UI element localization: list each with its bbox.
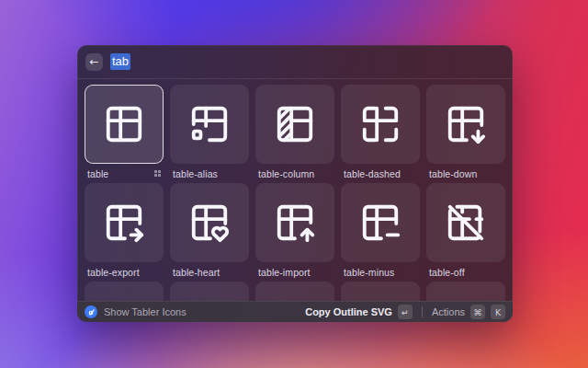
icon-tile-table-alias[interactable] [170, 85, 249, 164]
back-arrow-icon: ← [89, 56, 98, 67]
grid-cell: table-off [426, 183, 505, 282]
desktop-background: ← tab tabletable-aliastable-columntable-… [0, 0, 588, 368]
table-dashed-icon [359, 103, 401, 145]
search-bar: ← tab [77, 45, 513, 79]
table-column-icon [274, 103, 316, 145]
icon-label: table-column [258, 168, 314, 179]
icon-label: table-down [429, 168, 477, 179]
icon-label-row: table-export [85, 262, 164, 282]
grid-cell: table-minus [341, 183, 420, 282]
icon-label: table-export [87, 267, 140, 278]
table-minus-icon [359, 201, 401, 244]
grid-cell: table [85, 85, 164, 183]
return-key-badge[interactable]: ↵ [398, 305, 413, 319]
icon-tile-table-dashed[interactable] [341, 85, 420, 164]
search-query-selected-text: tab [110, 53, 130, 70]
icon-tile-table-off[interactable] [426, 183, 505, 262]
grid-cell: table-export [85, 183, 164, 282]
icon-tile-table-column[interactable] [255, 85, 334, 164]
back-button[interactable]: ← [85, 53, 103, 71]
icon-tile-table[interactable] [85, 85, 164, 164]
icon-label-row: table-import [255, 262, 334, 282]
tabler-extension-icon [85, 305, 97, 318]
table-alias-icon [188, 103, 231, 145]
icon-label: table-dashed [344, 168, 401, 179]
grid-cell: table-import [255, 183, 334, 282]
icon-tile-table-heart[interactable] [170, 183, 249, 262]
icon-label-row: table-column [255, 164, 334, 183]
extension-info: Show Tabler Icons [85, 305, 305, 318]
results-area: tabletable-aliastable-columntable-dashed… [77, 79, 513, 322]
table-export-icon [103, 201, 145, 244]
icon-tile-table-down[interactable] [426, 85, 505, 164]
icon-grid: tabletable-aliastable-columntable-dashed… [85, 85, 505, 322]
icon-label: table-minus [344, 267, 394, 278]
icon-label-row: table-alias [170, 164, 249, 183]
icon-tile-table-import[interactable] [255, 183, 334, 262]
icon-label: table-import [258, 267, 311, 278]
table-import-icon [274, 201, 316, 244]
icon-label-row: table-off [426, 262, 505, 282]
grid-cell: table-down [426, 85, 505, 183]
grid-badge-icon [154, 170, 161, 177]
grid-cell: table-heart [170, 183, 249, 282]
icon-tile-table-minus[interactable] [341, 183, 420, 262]
table-off-icon [445, 201, 487, 244]
extension-title: Show Tabler Icons [104, 306, 187, 317]
table-down-icon [445, 103, 487, 145]
icon-label-row: table-down [426, 164, 505, 183]
icon-label-row: table [85, 164, 164, 183]
icon-label: table [87, 168, 108, 179]
search-input[interactable]: tab [110, 52, 130, 71]
icon-tile-table-export[interactable] [85, 183, 164, 262]
icon-label-row: table-dashed [341, 164, 420, 183]
action-bar: Show Tabler Icons Copy Outline SVG ↵ Act… [77, 301, 513, 322]
actions-label[interactable]: Actions [432, 306, 465, 317]
primary-action-label[interactable]: Copy Outline SVG [305, 306, 392, 317]
cmd-key-badge[interactable]: ⌘ [470, 305, 485, 319]
icon-label: table-alias [173, 168, 218, 179]
icon-search-window: ← tab tabletable-aliastable-columntable-… [77, 45, 513, 322]
shortcut-hints: Copy Outline SVG ↵ Actions ⌘ K [305, 305, 505, 319]
icon-label: table-heart [173, 267, 220, 278]
grid-cell: table-alias [170, 85, 249, 183]
k-key-badge[interactable]: K [491, 305, 505, 319]
grid-cell: table-dashed [341, 85, 420, 183]
grid-cell: table-column [255, 85, 334, 183]
table-icon [103, 103, 145, 145]
icon-label-row: table-heart [170, 262, 249, 282]
table-heart-icon [188, 201, 231, 244]
icon-label: table-off [429, 267, 465, 278]
icon-label-row: table-minus [341, 262, 420, 282]
footer-divider [422, 306, 423, 317]
